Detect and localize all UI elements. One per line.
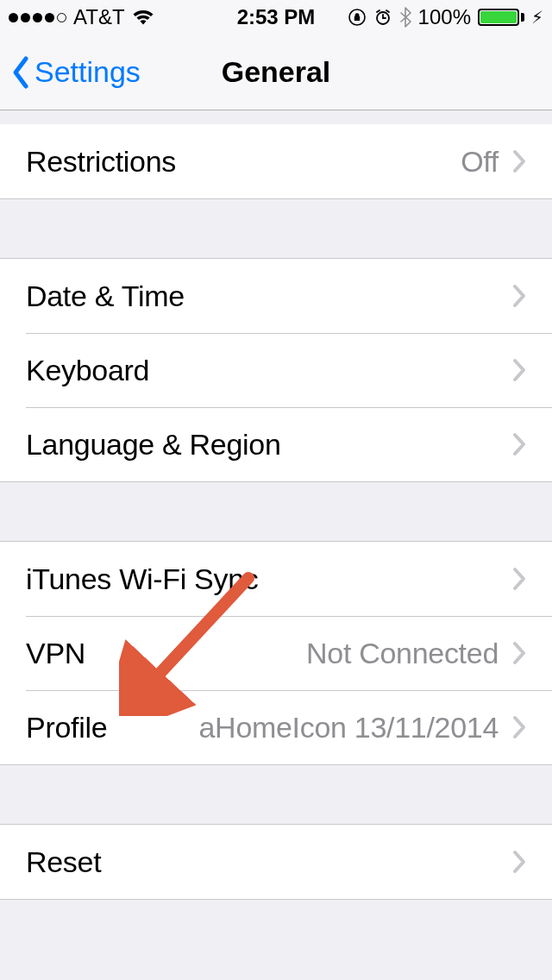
row-label: Restrictions	[26, 145, 176, 179]
chevron-right-icon	[512, 567, 526, 591]
back-button[interactable]: Settings	[0, 55, 141, 90]
chevron-right-icon	[512, 432, 526, 456]
row-itunes-wifi-sync[interactable]: iTunes Wi-Fi Sync	[0, 542, 552, 616]
row-label: Date & Time	[26, 280, 185, 313]
row-profile[interactable]: Profile aHomeIcon 13/11/2014	[0, 690, 552, 764]
row-label: VPN	[26, 637, 85, 670]
group-restrictions: Restrictions Off	[0, 124, 552, 199]
group-locale: Date & Time Keyboard Language & Region	[0, 258, 552, 482]
row-value: Not Connected	[85, 637, 512, 670]
status-bar: AT&T 2:53 PM 100% ⚡︎	[0, 0, 552, 35]
alarm-icon	[373, 8, 392, 27]
chevron-right-icon	[512, 149, 526, 173]
nav-bar: Settings General	[0, 35, 552, 110]
chevron-left-icon	[10, 55, 31, 90]
row-label: Reset	[26, 845, 101, 879]
bluetooth-icon	[399, 7, 411, 28]
chevron-right-icon	[512, 715, 526, 739]
group-reset: Reset	[0, 824, 552, 900]
back-label: Settings	[34, 55, 141, 89]
carrier-label: AT&T	[73, 5, 125, 29]
wifi-icon	[132, 9, 154, 26]
settings-list: Restrictions Off Date & Time Keyboard La…	[0, 110, 552, 948]
signal-strength-icon	[9, 13, 66, 22]
orientation-lock-icon	[348, 8, 367, 27]
chevron-right-icon	[512, 358, 526, 382]
row-label: Keyboard	[26, 354, 149, 387]
row-vpn[interactable]: VPN Not Connected	[0, 616, 552, 690]
battery-percent: 100%	[418, 5, 471, 29]
battery-icon	[478, 9, 524, 26]
row-label: iTunes Wi-Fi Sync	[26, 562, 258, 596]
row-keyboard[interactable]: Keyboard	[0, 333, 552, 407]
row-language-region[interactable]: Language & Region	[0, 407, 552, 481]
charging-icon: ⚡︎	[531, 7, 543, 28]
chevron-right-icon	[512, 284, 526, 308]
row-reset[interactable]: Reset	[0, 825, 552, 899]
row-value: Off	[176, 145, 512, 179]
row-date-time[interactable]: Date & Time	[0, 259, 552, 333]
row-value: aHomeIcon 13/11/2014	[107, 711, 512, 744]
row-label: Language & Region	[26, 428, 281, 462]
chevron-right-icon	[512, 850, 526, 874]
row-label: Profile	[26, 711, 107, 744]
chevron-right-icon	[512, 641, 526, 665]
status-left: AT&T	[9, 5, 154, 29]
row-restrictions[interactable]: Restrictions Off	[0, 124, 552, 198]
group-network: iTunes Wi-Fi Sync VPN Not Connected Prof…	[0, 541, 552, 765]
status-right: 100% ⚡︎	[348, 5, 543, 29]
